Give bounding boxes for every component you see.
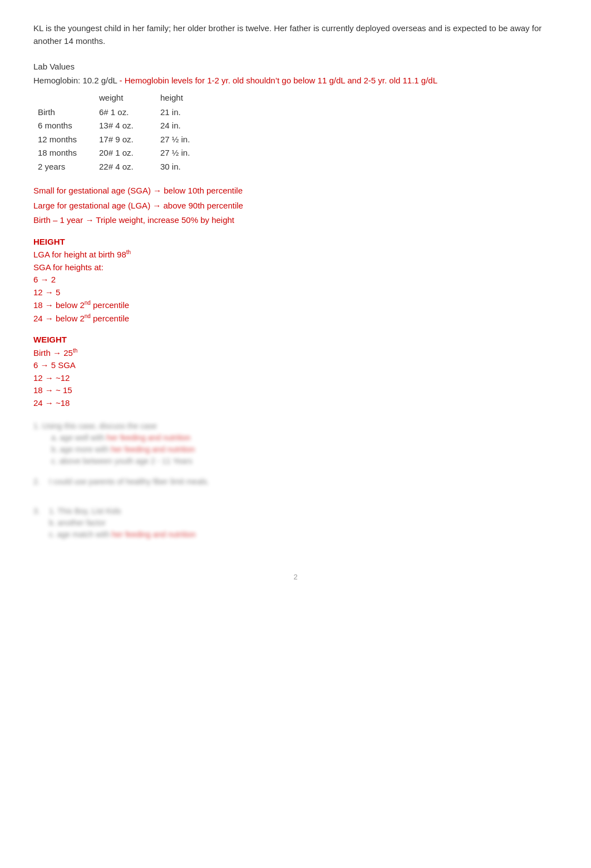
weight-section: WEIGHT Birth → 25th6 → 5 SGA12 → ~1218 →… xyxy=(33,334,558,409)
growth-table: weight height Birth 6# 1 oz. 21 in. 6 mo… xyxy=(33,91,211,173)
table-height-header: height xyxy=(156,91,211,106)
table-cell-label: Birth xyxy=(33,106,95,120)
blurred-section-2: 2. I could use parents of healthy fiber … xyxy=(33,476,558,497)
table-cell-weight: 22# 4 oz. xyxy=(95,160,156,174)
table-cell-label: 18 months xyxy=(33,146,95,160)
table-cell-weight: 13# 4 oz. xyxy=(95,119,156,133)
blurred-line: c. age match with her feeding and nutrit… xyxy=(49,529,196,540)
table-cell-label: 12 months xyxy=(33,133,95,147)
table-col1-header xyxy=(33,91,95,106)
hemoglobin-normal-text: Hemoglobin: 10.2 g/dL xyxy=(33,76,117,85)
gestational-notes-section: Small for gestational age (SGA) → below … xyxy=(33,185,558,227)
blurred-line: 1. Using this case, discuss the case xyxy=(33,420,558,432)
height-section: HEIGHT LGA for height at birth 98th SGA … xyxy=(33,236,558,325)
table-cell-label: 2 years xyxy=(33,160,95,174)
table-cell-height: 27 ½ in. xyxy=(156,133,211,147)
blurred-line: a. age well with her feeding and nutriti… xyxy=(51,432,558,444)
table-row: 12 months 17# 9 oz. 27 ½ in. xyxy=(33,133,211,147)
weight-row: 24 → ~18 xyxy=(33,397,558,410)
table-cell-height: 27 ½ in. xyxy=(156,146,211,160)
table-row: Birth 6# 1 oz. 21 in. xyxy=(33,106,211,120)
height-row: 24 → below 2nd percentile xyxy=(33,312,558,325)
height-row: 18 → below 2nd percentile xyxy=(33,299,558,312)
blurred-line: b. age more with her feeding and nutriti… xyxy=(51,444,558,455)
table-weight-header: weight xyxy=(95,91,156,106)
table-cell-weight: 6# 1 oz. xyxy=(95,106,156,120)
table-header-row: weight height xyxy=(33,91,211,106)
page-number: 2 xyxy=(33,572,558,583)
height-row: 12 → 5 xyxy=(33,286,558,299)
height-row: 6 → 2 xyxy=(33,274,558,286)
lab-values-section: Lab Values Hemoglobin: 10.2 g/dL - Hemog… xyxy=(33,61,558,173)
table-row: 18 months 20# 1 oz. 27 ½ in. xyxy=(33,146,211,160)
sga-label: SGA for heights at: xyxy=(33,261,558,274)
lga-note: Large for gestational age (LGA) → above … xyxy=(33,200,558,212)
table-cell-height: 24 in. xyxy=(156,119,211,133)
table-cell-height: 30 in. xyxy=(156,160,211,174)
weight-row: Birth → 25th xyxy=(33,346,558,360)
table-cell-label: 6 months xyxy=(33,119,95,133)
blurred-line: b. another factor xyxy=(49,517,196,529)
intro-paragraph: KL is the youngest child in her family; … xyxy=(33,22,558,47)
hemoglobin-warning-text: - Hemoglobin levels for 1-2 yr. old shou… xyxy=(120,76,437,85)
table-row: 2 years 22# 4 oz. 30 in. xyxy=(33,160,211,174)
table-cell-weight: 20# 1 oz. xyxy=(95,146,156,160)
weight-row: 6 → 5 SGA xyxy=(33,359,558,372)
blurred-line: 1. This Boy, List Kids xyxy=(49,505,196,517)
weight-row: 18 → ~ 15 xyxy=(33,384,558,397)
lab-values-label: Lab Values xyxy=(33,61,558,73)
height-title: HEIGHT xyxy=(33,236,558,249)
table-row: 6 months 13# 4 oz. 24 in. xyxy=(33,119,211,133)
weight-title: WEIGHT xyxy=(33,334,558,346)
hemoglobin-line: Hemoglobin: 10.2 g/dL - Hemoglobin level… xyxy=(33,75,558,87)
lga-birth: LGA for height at birth 98th xyxy=(33,248,558,261)
birth-1yr-note: Birth – 1 year → Triple weight, increase… xyxy=(33,214,558,227)
blurred-line: c. above between youth age 2 - 11 Years xyxy=(51,455,558,467)
weight-row: 12 → ~12 xyxy=(33,372,558,385)
blurred-section-1: 1. Using this case, discuss the casea. a… xyxy=(33,420,558,467)
table-cell-height: 21 in. xyxy=(156,106,211,120)
table-cell-weight: 17# 9 oz. xyxy=(95,133,156,147)
blurred-section-3: 3. 1. This Boy, List Kidsb. another fact… xyxy=(33,505,558,549)
sga-note: Small for gestational age (SGA) → below … xyxy=(33,185,558,197)
